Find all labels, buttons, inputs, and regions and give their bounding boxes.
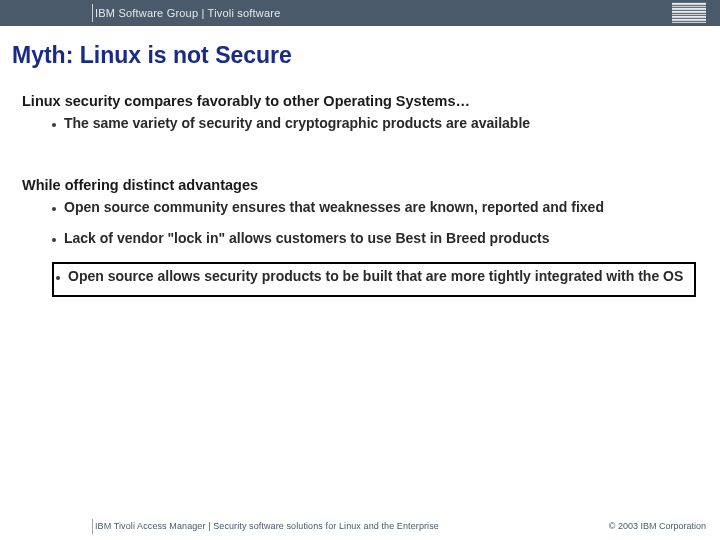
highlight-text: Open source allows security products to … (68, 268, 689, 286)
footer-divider (92, 519, 93, 534)
bullet-dot-icon (56, 276, 60, 280)
bullet-text: Lack of vendor "lock in" allows customer… (64, 230, 550, 248)
header-text: IBM Software Group | Tivoli software (95, 7, 281, 19)
footer-left-text: IBM Tivoli Access Manager | Security sof… (95, 521, 439, 531)
bullet-dot-icon (52, 238, 56, 242)
header-divider (92, 4, 93, 22)
bullet-text: The same variety of security and cryptog… (64, 115, 530, 133)
bullet-text: Open source community ensures that weakn… (64, 199, 604, 217)
slide-body: Linux security compares favorably to oth… (0, 69, 720, 297)
bullet-item: The same variety of security and cryptog… (22, 115, 698, 133)
bullet-dot-icon (52, 207, 56, 211)
slide-title: Myth: Linux is not Secure (0, 26, 720, 69)
section-heading-2: While offering distinct advantages (22, 177, 698, 193)
bullet-item: Open source community ensures that weakn… (22, 199, 698, 217)
bullet-dot-icon (52, 123, 56, 127)
slide-footer: IBM Tivoli Access Manager | Security sof… (0, 516, 720, 540)
section-heading-1: Linux security compares favorably to oth… (22, 93, 698, 109)
footer-copyright: © 2003 IBM Corporation (609, 521, 706, 531)
bullet-item: Lack of vendor "lock in" allows customer… (22, 230, 698, 248)
slide-header: IBM Software Group | Tivoli software (0, 0, 720, 26)
ibm-logo-icon (672, 3, 706, 23)
highlight-box: Open source allows security products to … (52, 262, 696, 298)
